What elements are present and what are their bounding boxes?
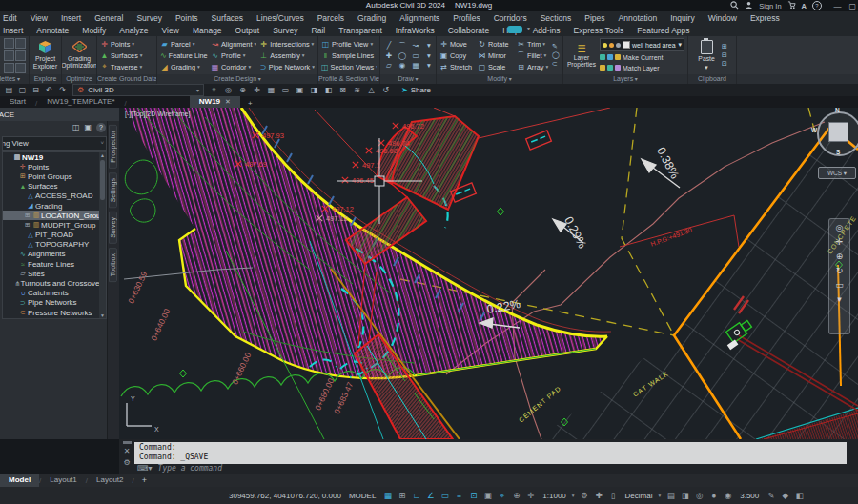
create-design-panel-label[interactable]: Create Design (157, 74, 317, 84)
ribbon-button[interactable]: ✛Move (439, 39, 475, 50)
qat-icon[interactable]: ▤ (4, 86, 14, 94)
tree-item[interactable]: Catchments (3, 289, 106, 298)
menu-item[interactable]: Lines/Curves (250, 13, 311, 23)
qat-icon[interactable]: ↺ (380, 86, 391, 95)
qat-icon[interactable]: ≋ (352, 86, 362, 95)
draw-tool-icon[interactable]: ▾ (423, 61, 435, 70)
ribbon-button[interactable]: ⌖Traverse▾ (100, 62, 143, 72)
qat-icon[interactable]: ✛ (252, 86, 262, 95)
workspace-dropdown[interactable]: ⚙ Civil 3D ▾ (72, 84, 204, 96)
tree-item[interactable]: Surfaces (3, 182, 106, 192)
qat-icon[interactable]: ▢ (17, 86, 28, 94)
ribbon-tab[interactable]: Add-ins (526, 26, 567, 35)
data-shortcuts-icon[interactable]: ◫ (72, 123, 80, 132)
menu-item[interactable]: Insert (54, 13, 88, 23)
status-icon[interactable]: ▯ (607, 491, 620, 500)
ribbon-button[interactable]: ▢Scale (478, 62, 514, 72)
qat-icon[interactable]: ◎ (223, 86, 234, 95)
status-icon[interactable]: ◨ (679, 491, 691, 500)
compass-north[interactable]: N (835, 108, 840, 113)
ribbon-button[interactable]: ✂Trim▾ (517, 39, 549, 50)
status-icon[interactable]: ▣ (481, 491, 494, 501)
status-icon[interactable]: ✚ (593, 491, 605, 500)
ground-data-panel-label[interactable]: Create Ground Data (97, 74, 156, 84)
status-icon[interactable]: ⊞ (396, 491, 408, 501)
scroll-down-icon[interactable]: ▼ (99, 312, 106, 318)
tab-start[interactable]: Start (0, 96, 35, 108)
ribbon-tab[interactable]: View (155, 26, 186, 35)
ribbon-button[interactable]: ◢Grading▾ (160, 62, 208, 72)
ribbon-button[interactable]: ‖Sample Lines (321, 50, 377, 61)
wcs-selector[interactable]: WCS ▾ (818, 167, 856, 179)
draw-tool-icon[interactable]: ▾ (423, 41, 435, 50)
recent-commands-icon[interactable]: ⌨▾ (137, 464, 153, 473)
status-icon[interactable]: ⊡ (467, 491, 480, 501)
qat-icon[interactable]: ▣ (295, 86, 305, 95)
project-explorer-button[interactable]: Project Explorer (32, 41, 58, 71)
menu-item[interactable]: Annotation (612, 13, 664, 23)
draw-tool-icon[interactable]: ◯ (397, 51, 408, 60)
close-icon[interactable]: ✕ (225, 96, 231, 108)
ribbon-tab[interactable]: Analyze (112, 26, 154, 35)
status-icon[interactable]: ▭ (439, 491, 451, 501)
menu-item[interactable]: General (88, 13, 130, 23)
view-selector-dropdown[interactable]: Active Drawing View˅ (2, 136, 107, 151)
modify-extra-icon[interactable]: ✎ (552, 43, 560, 50)
toolspace-tab[interactable]: Settings (109, 172, 117, 208)
viewport-controls[interactable]: [-][Top][2D Wireframe] (125, 111, 190, 117)
command-history[interactable]: Command: Command: _QSAVE (134, 442, 847, 464)
qat-icon[interactable]: ⌗ (209, 86, 219, 95)
clipboard-panel-label[interactable]: Clipboard (688, 74, 736, 84)
ribbon-button[interactable]: ↻Rotate (478, 39, 514, 50)
ribbon-tab[interactable]: Survey (266, 26, 304, 35)
ribbon-button[interactable]: ✛Intersections▾ (259, 39, 315, 50)
nav-tool-icon[interactable]: ⊕ (836, 252, 844, 261)
qat-icon[interactable]: ▦ (266, 86, 276, 95)
scroll-up-icon[interactable]: ▲ (99, 152, 106, 158)
nav-tool-icon[interactable]: ▾ (837, 294, 842, 304)
tree-scrollbar[interactable]: ▲ ▼ (99, 152, 106, 318)
ribbon-state-toggle[interactable] (500, 26, 522, 33)
tree-item[interactable]: ⊞ MUDPIT_Group (3, 220, 106, 230)
tree-item[interactable]: Pressure Networks (3, 308, 106, 317)
new-layout-button[interactable]: + (134, 475, 154, 485)
layer-dropdown[interactable]: well head area ▾ (600, 38, 684, 51)
modify-extra-icon[interactable]: ⊂ (552, 60, 560, 68)
ribbon-tab[interactable]: Transparent (332, 26, 389, 35)
status-icon[interactable]: ◆ (779, 491, 791, 500)
close-icon[interactable]: ✕ (124, 447, 131, 455)
grading-optimization-button[interactable]: Grading Optimization (65, 41, 93, 70)
tree-item[interactable]: PIT_ROAD (3, 231, 106, 240)
status-icon[interactable]: ◎ (693, 491, 705, 500)
draw-tool-icon[interactable]: ▭ (410, 51, 421, 60)
palettes-icons[interactable] (4, 38, 25, 73)
draw-tool-icon[interactable]: ✚ (383, 51, 395, 60)
ribbon-button[interactable]: ◫Section Views▾ (321, 62, 377, 72)
ribbon-button[interactable]: ▰Parcel▾ (160, 39, 208, 50)
ribbon-button[interactable]: ▲Surfaces▾ (100, 50, 143, 61)
status-icon[interactable]: ≡ (453, 491, 465, 501)
nav-tool-icon[interactable]: ▭ (835, 280, 844, 290)
menu-item[interactable]: View (24, 13, 54, 23)
compass-south[interactable]: S (836, 149, 840, 155)
qat-icon[interactable]: ⊠ (337, 86, 348, 95)
menu-item[interactable]: Alignments (393, 13, 446, 23)
menu-item[interactable]: Survey (130, 13, 168, 23)
qat-icon[interactable]: ◧ (323, 86, 334, 95)
annotation-scale[interactable]: 1:1000 (541, 492, 567, 500)
palettes-panel-label[interactable]: Palettes (0, 74, 29, 84)
menu-item[interactable]: Surfaces (205, 13, 251, 23)
status-icon[interactable]: ◉ (722, 491, 734, 500)
expand-icon[interactable]: ⊞ (25, 212, 31, 219)
status-icon[interactable]: ✛ (524, 491, 537, 501)
status-icon[interactable]: ⌖ (496, 491, 508, 501)
optimize-panel-label[interactable]: Optimize (62, 74, 96, 84)
tab-layout1[interactable]: Layout1 (41, 474, 85, 487)
menu-item[interactable]: Parcels (311, 13, 351, 23)
ribbon-button[interactable]: ↝Alignment▾ (211, 39, 256, 50)
draw-panel-label[interactable]: Draw (380, 74, 436, 84)
status-icon[interactable]: ✎ (765, 491, 777, 500)
tree-item[interactable]: TOPOGRAPHY (3, 240, 106, 250)
ribbon-button[interactable]: ∿Profile▾ (211, 50, 256, 61)
new-drawing-button[interactable]: + (240, 99, 260, 108)
